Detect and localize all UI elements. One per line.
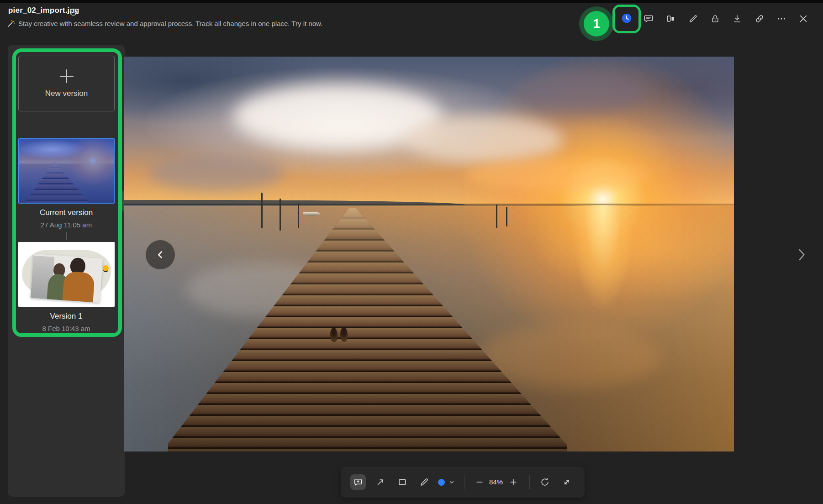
zoom-level: 84% <box>486 478 506 486</box>
annotation-color-swatch[interactable] <box>438 479 445 486</box>
window-top-strip <box>0 0 823 3</box>
lock-icon <box>710 14 720 24</box>
new-version-button[interactable]: New version <box>18 56 115 111</box>
promo-banner: Stay creative with seamless review and a… <box>7 20 322 27</box>
expand-icon <box>562 477 572 487</box>
color-picker-dropdown[interactable] <box>447 477 457 487</box>
clock-active-icon <box>621 12 633 24</box>
pencil-icon <box>688 14 698 24</box>
version-item-1-thumbnail[interactable] <box>18 242 115 307</box>
fullscreen-button[interactable] <box>562 477 572 487</box>
version-label-1: Version 1 <box>8 312 125 321</box>
ellipsis-icon <box>776 14 786 24</box>
rotate-icon <box>540 477 550 487</box>
version-history-button-active[interactable] <box>621 12 633 26</box>
selected-overlay <box>19 139 114 203</box>
rotate-button[interactable] <box>540 477 550 487</box>
boat <box>303 212 320 216</box>
version-label-current: Current version <box>8 208 125 217</box>
link-icon <box>754 14 765 24</box>
copy-link-button[interactable] <box>751 10 768 27</box>
tutorial-highlight-history-button <box>612 5 641 33</box>
previous-file-button[interactable] <box>146 240 175 269</box>
annotation-toolbar: 84% <box>341 467 585 498</box>
version-item-current-thumbnail[interactable] <box>18 138 115 204</box>
version-time-current: 27 Aug 11:05 am <box>8 221 125 229</box>
toolbar-divider <box>529 475 530 489</box>
download-icon <box>732 14 742 24</box>
next-file-button[interactable] <box>795 244 808 266</box>
preview-image-pier-sunset <box>124 57 734 452</box>
more-button[interactable] <box>773 10 790 27</box>
comment-plus-icon <box>353 478 363 487</box>
chevron-left-icon <box>154 249 166 261</box>
draw-tool-button[interactable] <box>419 477 429 487</box>
plus-icon <box>509 478 518 487</box>
promo-text: Stay creative with seamless review and a… <box>18 20 322 27</box>
version-time-1: 8 Feb 10:43 am <box>8 325 125 332</box>
toolbar-divider <box>464 475 464 489</box>
zoom-in-button[interactable] <box>508 477 518 487</box>
sandals <box>330 327 348 342</box>
file-review-window: pier_02_import.jpg Stay creative with se… <box>0 0 823 504</box>
minus-icon <box>475 478 484 487</box>
lock-button[interactable] <box>707 10 723 27</box>
arrow-tool-button[interactable] <box>375 477 385 487</box>
close-icon <box>798 14 808 24</box>
rectangle-tool-icon <box>397 477 407 487</box>
chevron-right-icon <box>796 246 807 264</box>
download-button[interactable] <box>729 10 745 27</box>
chevron-down-icon <box>448 478 455 486</box>
comments-button[interactable] <box>640 10 657 27</box>
close-button[interactable] <box>795 10 812 27</box>
compare-versions-button[interactable] <box>663 10 679 27</box>
version-connector-line <box>66 232 67 240</box>
tutorial-step1-badge: 1 <box>584 11 609 37</box>
new-version-label: New version <box>45 89 88 98</box>
magic-wand-icon <box>7 20 15 27</box>
zoom-out-button[interactable] <box>475 477 485 487</box>
annotate-button[interactable] <box>685 10 702 27</box>
version-history-icon[interactable] <box>69 8 78 16</box>
arrow-tool-icon <box>375 477 385 487</box>
draw-tool-icon <box>419 477 429 487</box>
add-comment-button[interactable] <box>350 474 366 490</box>
rectangle-tool-button[interactable] <box>397 477 407 487</box>
plus-icon <box>60 69 74 83</box>
comments-icon <box>644 14 654 24</box>
compare-icon <box>666 14 676 24</box>
version1-preview <box>18 242 115 307</box>
